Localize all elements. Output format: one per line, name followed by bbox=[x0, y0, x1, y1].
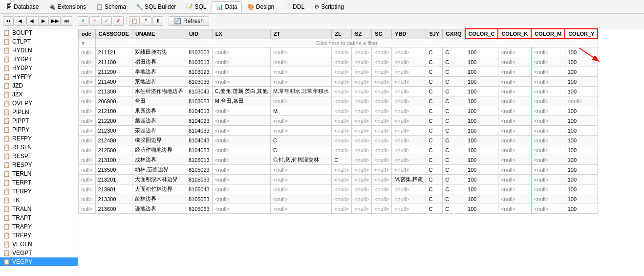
sidebar-item-trapt[interactable]: 📋 TRAPT bbox=[0, 213, 78, 222]
sidebar-item-refpy[interactable]: 📋 REFPY bbox=[0, 134, 78, 143]
col-header-lx[interactable]: LX bbox=[212, 29, 270, 39]
table-row[interactable]: null>211100稻田边界8103013<null><null><null>… bbox=[79, 57, 598, 67]
table-row[interactable]: null>212200桑园边界8104023<null><null><null>… bbox=[79, 116, 598, 126]
sidebar-item-ctlpt[interactable]: 📋 CTLPT bbox=[0, 37, 78, 46]
col-header-uname[interactable]: UNAME bbox=[132, 29, 186, 39]
toolbar-tab-ddl[interactable]: 📄 DDL bbox=[279, 1, 309, 12]
sidebar-item-resln[interactable]: 📋 RESLN bbox=[0, 143, 78, 152]
nav-copy-btn[interactable]: 📋 bbox=[129, 16, 140, 26]
table-row[interactable]: null>211400菜地边界8103033<null><null><null>… bbox=[79, 77, 598, 87]
nav-prev-btn[interactable]: ◀ bbox=[26, 16, 37, 26]
toolbar-tab-design[interactable]: 🎨 Design bbox=[243, 1, 279, 12]
table-row[interactable]: null>212100果园边界8104013<null>M<null><null… bbox=[79, 106, 598, 116]
table-row[interactable]: null>211121双线田埂右边8102003<null><null><nul… bbox=[79, 47, 598, 57]
col-header-zt[interactable]: ZT bbox=[270, 29, 331, 39]
sidebar-item-traln[interactable]: 📋 TRALN bbox=[0, 205, 78, 213]
null-value: <null> bbox=[273, 196, 288, 202]
col-header-ybd[interactable]: YBD bbox=[392, 29, 426, 39]
col-header-zl[interactable]: ZL bbox=[332, 29, 352, 39]
sidebar-item-trfpy[interactable]: 📋 TRFPY bbox=[0, 231, 78, 240]
table-header-row: ode CASSCODE UNAME UID LX ZT ZL SZ SG YB… bbox=[79, 29, 598, 39]
sidebar-item-pippt[interactable]: 📋 PIPPT bbox=[0, 116, 78, 125]
null-value-partial: null> bbox=[81, 89, 93, 94]
sidebar-item-vegln[interactable]: 📋 VEGLN bbox=[0, 240, 78, 249]
null-value: <null> bbox=[501, 206, 515, 212]
null-value: <null> bbox=[374, 79, 389, 85]
nav-last-btn[interactable]: ⏭ bbox=[62, 16, 72, 26]
table-cell: <null> bbox=[332, 194, 352, 204]
nav-prev-prev-btn[interactable]: ◀ bbox=[15, 16, 25, 26]
schema-icon: 📋 bbox=[96, 3, 103, 10]
nav-next-next-btn[interactable]: ▶▶ bbox=[50, 16, 61, 26]
table-row[interactable]: null>213100成林边界8105013<null>C,针,阔,针阔混交林C… bbox=[79, 155, 598, 165]
nav-remove-btn[interactable]: − bbox=[89, 16, 100, 26]
table-row[interactable]: null>212400橡胶园边界8104043<null>C<null><nul… bbox=[79, 136, 598, 145]
table-row[interactable]: null>213901大面积竹林边界8105043<null><null><nu… bbox=[79, 184, 598, 194]
sidebar-item-hyfpy[interactable]: 📋 HYFPY bbox=[0, 72, 78, 81]
table-row[interactable]: null>213500幼林,苗圃边界8105023<null><null><nu… bbox=[79, 165, 598, 175]
toolbar-tab-scripting[interactable]: ⚙ Scripting bbox=[310, 1, 348, 12]
top-toolbar: 🗄 Database 🔌 Extensions 📋 Schema 🔧 SQL B… bbox=[0, 0, 644, 14]
toolbar-tab-database[interactable]: 🗄 Database bbox=[2, 1, 43, 12]
nav-cancel-btn[interactable]: ✗ bbox=[113, 16, 124, 26]
col-header-color-k[interactable]: COLOR_K bbox=[498, 29, 531, 39]
nav-add-btn[interactable]: + bbox=[78, 16, 88, 26]
table-icon: 📋 bbox=[3, 179, 10, 186]
nav-confirm-btn[interactable]: ✓ bbox=[101, 16, 112, 26]
sidebar-item-terln[interactable]: 📋 TERLN bbox=[0, 169, 78, 178]
table-row[interactable]: null>211200旱地边界8103023<null><null><null>… bbox=[79, 67, 598, 77]
col-header-casscode[interactable]: CASSCODE bbox=[95, 29, 132, 39]
col-header-color-m[interactable]: COLOR_M bbox=[531, 29, 565, 39]
refresh-button[interactable]: 🔄 Refresh bbox=[169, 16, 209, 26]
sidebar-item-terpy[interactable]: 📋 TERPY bbox=[0, 187, 78, 196]
table-cell: 212100 bbox=[95, 106, 132, 116]
toolbar-tab-sql[interactable]: 📝 SQL bbox=[181, 1, 211, 12]
col-header-sz[interactable]: SZ bbox=[352, 29, 372, 39]
sidebar-item-hydpt[interactable]: 📋 HYDPT bbox=[0, 55, 78, 64]
sidebar-item-pippy[interactable]: 📋 PIPPY bbox=[0, 125, 78, 134]
sidebar-item-tk[interactable]: 📋 TK bbox=[0, 196, 78, 205]
sidebar-item-boupt[interactable]: 📋 BOUPT bbox=[0, 28, 78, 37]
col-header-color-y[interactable]: COLOR_Y bbox=[565, 29, 598, 39]
table-row[interactable]: null>213600迹地边界8105063<null><null><null>… bbox=[79, 204, 598, 214]
nav-upload-btn[interactable]: ⬆ bbox=[152, 16, 163, 26]
col-header-gxrq[interactable]: GXRQ bbox=[443, 29, 465, 39]
toolbar-tab-extensions[interactable]: 🔌 Extensions bbox=[44, 1, 90, 12]
sidebar-item-ovepy[interactable]: 📋 OVEPY bbox=[0, 99, 78, 108]
sidebar-item-respy[interactable]: 📋 RESPY bbox=[0, 161, 78, 169]
sidebar-item-vegpy[interactable]: 📋 VEGPY bbox=[0, 257, 78, 266]
col-header-color-c[interactable]: COLOR_C bbox=[465, 29, 498, 39]
toolbar-tab-schema[interactable]: 📋 Schema bbox=[91, 1, 130, 12]
sidebar-item-hydln[interactable]: 📋 HYDLN bbox=[0, 46, 78, 55]
toolbar-tab-data[interactable]: 📊 Data bbox=[212, 1, 241, 12]
toolbar-tab-sqlbuilder[interactable]: 🔧 SQL Builder bbox=[131, 1, 180, 12]
table-row[interactable]: null>212300茶园边界8104033<null><null><null>… bbox=[79, 126, 598, 136]
col-header-sjy[interactable]: SJY bbox=[426, 29, 443, 39]
nav-asterisk-btn[interactable]: * bbox=[141, 16, 151, 26]
sidebar-item-jzd[interactable]: 📋 JZD bbox=[0, 81, 78, 90]
table-row[interactable]: null>213300疏林边界8105053<null><null><null>… bbox=[79, 194, 598, 204]
sidebar-item-vegpt[interactable]: 📋 VEGPT bbox=[0, 249, 78, 257]
col-header-uid[interactable]: UID bbox=[186, 29, 212, 39]
table-cell: <null> bbox=[372, 57, 392, 67]
table-row[interactable]: null>211300水生经济作物地边界8103043C,姜角,莲藕,茨白,其他… bbox=[79, 87, 598, 96]
col-header-sg[interactable]: SG bbox=[372, 29, 392, 39]
col-header-ode[interactable]: ode bbox=[79, 29, 96, 39]
table-cell: <null> bbox=[270, 96, 331, 106]
nav-next-btn[interactable]: ▶ bbox=[38, 16, 49, 26]
sidebar-item-trapy[interactable]: 📋 TRAPY bbox=[0, 222, 78, 231]
nav-first-btn[interactable]: ⏮ bbox=[3, 16, 14, 26]
table-row[interactable]: null>206900台田8103053M,台田,条田<null><null><… bbox=[79, 96, 598, 106]
table-cell: <null> bbox=[392, 47, 426, 57]
table-row[interactable]: null>213201大面积混木林边界8105033<null><null><n… bbox=[79, 175, 598, 184]
table-row[interactable]: null>212500经济作物地边界8104053<null>C<null><n… bbox=[79, 145, 598, 155]
sidebar-item-terpt[interactable]: 📋 TERPT bbox=[0, 178, 78, 187]
refresh-icon: 🔄 bbox=[174, 18, 181, 24]
filter-placeholder[interactable]: Click here to define a filter bbox=[95, 39, 598, 47]
sidebar-item-respt[interactable]: 📋 RESPT bbox=[0, 152, 78, 161]
sidebar-item-pipln[interactable]: 📋 PIPLN bbox=[0, 108, 78, 116]
sidebar-item-hydpy[interactable]: 📋 HYDPY bbox=[0, 64, 78, 72]
null-value: <null> bbox=[334, 98, 349, 104]
sidebar-item-jzx[interactable]: 📋 JZX bbox=[0, 90, 78, 99]
null-value: <null> bbox=[534, 138, 549, 143]
